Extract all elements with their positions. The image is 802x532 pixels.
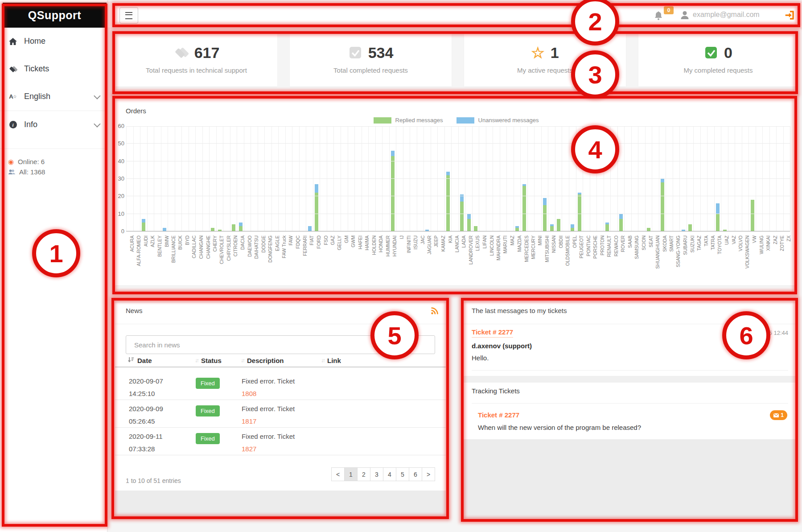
chart-column [749,126,756,231]
message-timestamp: 05 12:44 [765,330,788,336]
news-panel-footer [115,491,446,519]
bar-segment [751,200,754,231]
chart-column [728,126,735,231]
stat-label: My active requests [464,66,626,74]
news-panel: News Date ↓↑ Status ↓↑ Description ↓↑ Li… [115,303,446,491]
chart-column [769,126,777,231]
bar-segment [467,219,471,231]
logout-icon[interactable] [784,9,796,23]
bar-segment [142,223,145,231]
chart-column [638,126,645,231]
tracking-ticket-link[interactable]: Ticket # 2277 [478,411,519,419]
page-button-3[interactable]: 3 [370,467,383,481]
chart-column [126,126,133,231]
stat-value: 0 [724,44,732,62]
cell-date: 2020-09-1107:33:28 [129,428,196,455]
ticket-number-link[interactable]: 1827 [242,445,256,453]
chart-column [299,126,306,231]
divider [0,111,107,111]
chart-column [223,126,230,231]
y-tick: 40 [115,158,124,165]
chart-column [624,126,631,231]
chart-column [569,126,576,231]
chevron-down-icon [94,120,101,128]
page-button-2[interactable]: 2 [357,467,370,481]
column-header-status[interactable]: ↓↑ Status [195,357,241,367]
bar-segment [315,184,318,193]
stat-value: 617 [194,44,220,62]
sidebar-item-label: Tickets [24,64,49,74]
chart-column [562,126,569,231]
chart-column [424,126,431,231]
bar-segment [661,179,664,182]
chart-column [341,126,348,231]
page-button-1[interactable]: 1 [344,467,358,481]
cell-description: Fixed error. Ticket1827 [242,428,322,455]
chart-column [451,126,458,231]
cell-date: 2020-09-0905:26:45 [129,400,196,428]
chart-column [576,126,583,231]
chart-column [520,126,527,231]
chart-column [375,126,382,231]
tracking-question: When will the new version of the program… [478,424,641,431]
page-button-<[interactable]: < [331,467,345,481]
sidebar-item-info[interactable]: i Info [8,120,99,129]
ticket-number-link[interactable]: 1817 [242,417,256,425]
chart-column [645,126,652,231]
chart-column [237,126,244,231]
chart-column [659,126,666,231]
cell-status: Fixed [196,428,242,455]
y-tick: 0 [115,228,124,235]
chart-column [465,126,472,231]
page-button-5[interactable]: 5 [396,467,409,481]
page-button->[interactable]: > [422,467,435,481]
chart-column [147,126,154,231]
chart-column [181,126,189,231]
status-badge: Fixed [196,378,220,389]
sidebar-item-home[interactable]: Home [8,37,99,46]
chart-column [292,126,299,231]
divider [0,148,107,149]
column-header-date[interactable]: Date [128,357,195,367]
tickets-icon [8,65,18,74]
chart-legend: Replied messages Unanswered messages [115,117,797,124]
legend-swatch-unanswered [457,117,474,124]
sidebar-item-tickets[interactable]: Tickets [8,64,99,74]
menu-toggle-button[interactable] [119,7,138,24]
y-tick: 50 [115,140,124,147]
divider [472,370,788,371]
status-badge: Fixed [196,405,220,417]
cell-description: Fixed error. Ticket1808 [242,372,322,400]
notifications-button[interactable]: 0 [653,6,674,26]
bar-segment [619,219,623,231]
page-button-4[interactable]: 4 [383,467,396,481]
chart-column [278,126,285,231]
hamburger-icon [125,12,132,19]
chart-column [548,126,555,231]
chart-column [506,126,514,231]
bar-segment [232,224,235,231]
cell-link [322,400,446,428]
chart-column [140,126,147,231]
sidebar-item-language[interactable]: A☆ English [8,92,99,101]
legend-swatch-replied [374,117,391,124]
messages-panel-footer [464,439,796,519]
column-header-description[interactable]: ↓↑ Description [241,357,321,367]
stat-my-completed: 0 My completed requests [638,34,798,87]
rss-icon[interactable] [431,307,439,317]
chart-column [244,126,251,231]
info-icon: i [8,121,18,128]
ticket-link[interactable]: Ticket # 2277 [472,328,513,338]
page-button-6[interactable]: 6 [409,467,422,481]
chart-column [555,126,562,231]
user-email[interactable]: example@gmail.com [693,11,760,19]
chart-title: Orders [126,107,146,115]
ticket-number-link[interactable]: 1808 [242,390,256,397]
column-header-link[interactable]: ↓↑ Link [321,357,446,367]
chart-column [590,126,597,231]
news-search-input[interactable] [126,335,435,354]
bar-segment [716,203,720,214]
chart-column [673,126,680,231]
chart-column [617,126,625,231]
chart-column [721,126,728,231]
